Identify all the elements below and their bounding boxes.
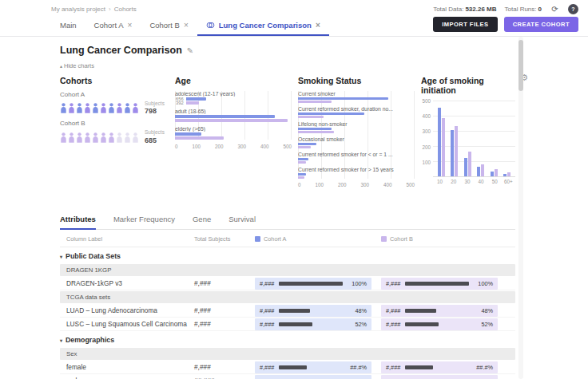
chart-category: Current reformed smoker for < or = 1 ...	[298, 152, 414, 164]
cohorts-panel: Cohorts Cohort A Subjects 798 Cohort B	[60, 76, 169, 202]
person-icon	[132, 103, 139, 113]
bar	[405, 282, 469, 286]
refresh-icon[interactable]: ⟳	[550, 4, 560, 14]
table-body: ▾Public Data SetsDRAGEN 1KGPDRAGEN-1kGP …	[60, 247, 515, 379]
subjects-count: 685	[145, 136, 165, 145]
person-icon	[124, 132, 131, 143]
total-subjects-value: #,###	[194, 363, 255, 371]
bar-cohort-b	[298, 176, 304, 179]
tab-main[interactable]: Main	[51, 16, 85, 36]
bar-cohort-a	[298, 128, 332, 130]
top-header: My analysis project › Cohorts Total Data…	[0, 0, 588, 16]
chart-title: Age of smoking initiation	[421, 76, 515, 95]
person-icon	[84, 132, 91, 143]
chart-category: adolescent (12-17 years)656392	[175, 91, 291, 105]
total-runs-value: 0	[538, 6, 542, 13]
person-icon	[108, 132, 115, 143]
total-subjects-value: #,###	[194, 279, 255, 287]
bar-cohort-a	[464, 158, 467, 176]
axis-tick-label: 200	[338, 182, 347, 188]
bar-cohort-a	[451, 130, 454, 176]
create-cohort-button[interactable]: CREATE COHORT	[504, 17, 578, 32]
table-tab-survival[interactable]: Survival	[228, 215, 256, 230]
bar	[279, 365, 307, 369]
person-icon	[124, 103, 131, 113]
breadcrumb-section[interactable]: Cohorts	[114, 6, 137, 13]
app-window: My analysis project › Cohorts Total Data…	[0, 0, 588, 379]
cohort-a-cell: #,#####.#%	[255, 361, 371, 373]
chart-category-label: Current reformed smoker for < or = 1 ...	[298, 152, 414, 157]
chart-title: Smoking Status	[298, 76, 415, 85]
cohort-a-cell: #,###52%	[255, 318, 371, 330]
bar-cohort-a	[175, 115, 275, 118]
table-row: male##,####,#####.#%#,#####.#%	[60, 374, 515, 379]
row-label: LUAD – Lung Adenocarcinoma	[60, 306, 194, 314]
table-section-row[interactable]: ▾Demographics	[60, 331, 515, 347]
scrollbar-thumb[interactable]	[518, 40, 523, 91]
close-tab-icon[interactable]: ×	[184, 22, 189, 30]
section-label: Public Data Sets	[66, 252, 121, 260]
percent-value: 100%	[348, 280, 367, 287]
tab-lung-cancer-comparison[interactable]: Lung Cancer Comparison×	[197, 16, 329, 36]
cohort-value: #,###	[386, 280, 400, 287]
person-icon	[116, 103, 123, 113]
bar	[279, 282, 343, 286]
chart-category: elderly (>65)	[175, 126, 291, 140]
cohort-b-subjects: Subjects 685	[145, 129, 165, 144]
hide-charts-toggle[interactable]: ▴Hide charts	[60, 62, 515, 69]
smoking-status-chart-panel: Smoking StatusCurrent smokerCurrent refo…	[298, 76, 415, 202]
chart-bars	[298, 158, 414, 164]
chart-category: Occasional smoker	[298, 136, 414, 148]
section-label: Demographics	[66, 336, 114, 344]
person-icon	[116, 132, 123, 143]
cohort-b-avatars	[60, 132, 139, 143]
bar-cohort-a	[503, 174, 507, 176]
chart-bars	[298, 173, 414, 179]
tab-cohort-a[interactable]: Cohort A×	[85, 16, 141, 36]
breadcrumb-separator-icon: ›	[109, 6, 111, 13]
percent-value: ##.#%	[348, 364, 367, 371]
collapse-caret-icon[interactable]: ▾	[60, 338, 62, 343]
bar	[405, 309, 435, 313]
table-row: LUSC – Lung Squamous Cell Carcinoma#,###…	[60, 318, 515, 331]
cohort-a-legend-label: Cohort A	[264, 235, 286, 243]
cohort-a-label: Cohort A	[60, 91, 169, 98]
edit-title-icon[interactable]: ✎	[187, 46, 193, 55]
axis-tick-label: 300	[237, 144, 246, 149]
axis-tick-label: 200	[422, 144, 431, 150]
total-runs-stat: Total Runs:0	[505, 6, 542, 13]
table-tab-marker-frequency[interactable]: Marker Frequency	[113, 215, 175, 230]
table-header-row: Column Label Total Subjects Cohort A Coh…	[60, 230, 515, 247]
table-tab-attributes[interactable]: Attributes	[60, 215, 96, 230]
cohort-b-legend-swatch	[381, 236, 387, 242]
table-row: LUAD – Lung Adenocarcinoma#,####,###48%#…	[60, 304, 515, 318]
breadcrumb: My analysis project › Cohorts	[51, 6, 137, 13]
chart-category-label: Lifelong non-smoker	[298, 121, 414, 127]
percent-value: 48%	[474, 307, 493, 314]
person-icon	[68, 103, 75, 113]
bar-track	[279, 365, 343, 369]
table-tab-gene[interactable]: Gene	[193, 215, 211, 230]
close-tab-icon[interactable]: ×	[316, 22, 320, 30]
help-icon[interactable]: ?	[568, 4, 578, 14]
table-section-row[interactable]: ▾Public Data Sets	[60, 247, 515, 263]
scrollbar	[518, 37, 523, 379]
collapse-caret-icon[interactable]: ▾	[60, 254, 62, 259]
axis-tick-label: 100	[315, 182, 324, 188]
total-subjects-value: #,###	[194, 306, 255, 314]
close-tab-icon[interactable]: ×	[128, 22, 133, 30]
tab-label: Cohort A	[94, 21, 124, 30]
bar-group	[487, 169, 501, 176]
cohort-a-subjects: Subjects 798	[145, 101, 165, 116]
page-title: Lung Cancer Comparison	[60, 45, 182, 56]
breadcrumb-project[interactable]: My analysis project	[51, 6, 105, 13]
tab-cohort-b[interactable]: Cohort B×	[141, 16, 197, 36]
bar-cohort-a	[491, 172, 494, 176]
bar	[279, 309, 309, 313]
axis-tick-label: 100	[192, 144, 201, 149]
person-icon	[100, 132, 107, 143]
axis-tick-label: 400	[383, 182, 392, 188]
subjects-count: 798	[145, 107, 165, 116]
import-files-button[interactable]: IMPORT FILES	[433, 17, 498, 32]
bar-group	[461, 152, 475, 176]
